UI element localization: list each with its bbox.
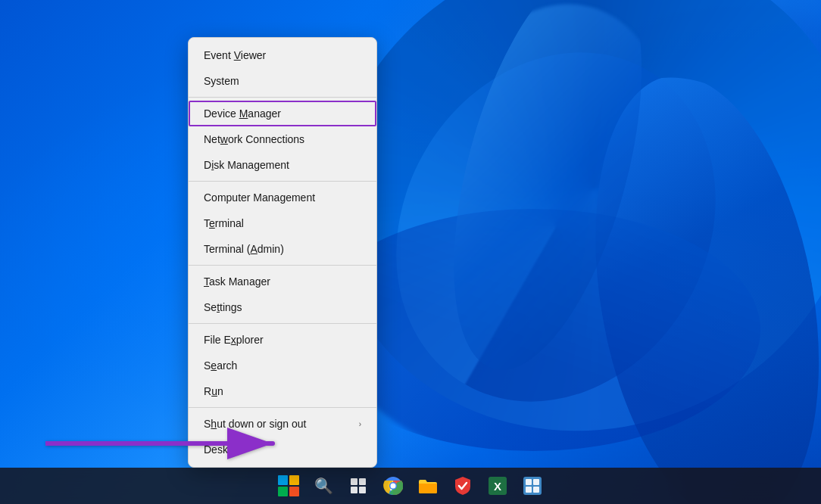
context-menu: Event ViewerSystemDevice ManagerNetwork … bbox=[188, 37, 377, 468]
windows-logo-icon bbox=[278, 475, 299, 496]
taskbar-explorer-button[interactable] bbox=[411, 469, 445, 502]
svg-rect-16 bbox=[533, 487, 539, 493]
menu-item-file-explorer[interactable]: File Explorer bbox=[189, 327, 376, 353]
menu-item-disk-management[interactable]: Disk Management bbox=[189, 152, 376, 178]
taskbar-avast-button[interactable] bbox=[446, 469, 479, 502]
svg-rect-3 bbox=[359, 478, 366, 485]
avast-icon bbox=[454, 476, 472, 496]
menu-item-system[interactable]: System bbox=[189, 68, 376, 94]
svg-rect-2 bbox=[351, 478, 357, 485]
menu-item-task-manager[interactable]: Task Manager bbox=[189, 269, 376, 294]
svg-rect-13 bbox=[526, 479, 532, 485]
excel-icon: X bbox=[489, 477, 507, 495]
menu-item-computer-management[interactable]: Computer Management bbox=[189, 185, 376, 210]
menu-separator bbox=[189, 407, 376, 408]
menu-separator bbox=[189, 97, 376, 98]
search-icon: 🔍 bbox=[314, 477, 333, 495]
taskview-icon bbox=[350, 478, 367, 494]
menu-item-terminal-admin[interactable]: Terminal (Admin) bbox=[189, 236, 376, 262]
svg-text:X: X bbox=[494, 480, 501, 493]
taskbar-taskview-button[interactable] bbox=[342, 469, 375, 502]
taskbar-excel-button[interactable]: X bbox=[481, 469, 514, 502]
menu-item-run[interactable]: Run bbox=[189, 378, 376, 404]
desktop: Event ViewerSystemDevice ManagerNetwork … bbox=[0, 0, 821, 504]
menu-item-search[interactable]: Search bbox=[189, 353, 376, 378]
menu-separator bbox=[189, 323, 376, 324]
menu-item-device-manager[interactable]: Device Manager bbox=[189, 101, 376, 126]
windows-start-button[interactable] bbox=[272, 469, 305, 502]
taskbar-icons: 🔍 bbox=[272, 469, 549, 502]
svg-rect-14 bbox=[533, 479, 539, 485]
explorer-icon bbox=[418, 478, 438, 494]
svg-rect-5 bbox=[359, 487, 366, 493]
submenu-arrow-icon: › bbox=[359, 420, 361, 428]
svg-rect-15 bbox=[526, 487, 532, 493]
taskbar-search-button[interactable]: 🔍 bbox=[307, 469, 340, 502]
raidrive-icon bbox=[523, 477, 542, 495]
taskbar: 🔍 bbox=[0, 468, 821, 504]
menu-item-event-viewer[interactable]: Event Viewer bbox=[189, 42, 376, 68]
arrow-annotation bbox=[45, 425, 288, 462]
taskbar-chrome-button[interactable] bbox=[376, 469, 410, 502]
arrow-icon bbox=[45, 425, 288, 462]
menu-item-settings[interactable]: Settings bbox=[189, 294, 376, 320]
taskbar-raidrive-button[interactable] bbox=[516, 469, 549, 502]
menu-separator bbox=[189, 265, 376, 266]
svg-point-9 bbox=[391, 484, 396, 489]
menu-separator bbox=[189, 181, 376, 182]
menu-item-network-connections[interactable]: Network Connections bbox=[189, 126, 376, 152]
svg-rect-4 bbox=[351, 487, 357, 493]
chrome-icon bbox=[383, 476, 403, 496]
menu-item-terminal[interactable]: Terminal bbox=[189, 210, 376, 236]
